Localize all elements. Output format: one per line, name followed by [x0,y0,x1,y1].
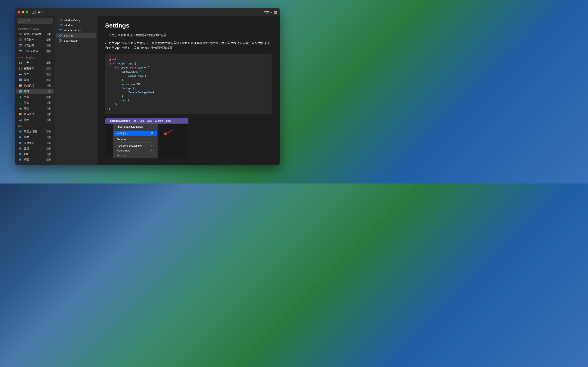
svg-rect-6 [19,67,20,69]
menu-item-hideothers: Hide Others⌥ ⌘ H [114,148,157,153]
svg-rect-24 [59,30,62,30]
window-title: 窗口 [38,10,43,14]
sidebar-item-audio[interactable]: 音频12 [16,146,54,151]
maximize-button[interactable] [26,11,28,13]
svg-point-13 [20,85,21,86]
sidebar-item-modal[interactable]: 模态反馈6 [16,83,54,88]
topic-windowgroup[interactable]: WindowGroup [56,18,96,23]
example-app-name: SettingsExample [110,119,130,122]
sidebar-item-animation[interactable]: 动画4 [16,106,54,111]
sidebar-item-gestures[interactable]: 手势14 [16,94,54,100]
svg-rect-22 [59,24,61,26]
menu-item-services: Services› [114,137,157,142]
svg-rect-4 [19,63,20,64]
menu-item-hide: Hide SettingsExample⌘ H [114,143,157,148]
svg-rect-3 [21,62,22,63]
section-header-swift: Swift 编程语言 (5.10) [15,25,55,31]
content-pane: Settings 一个用于查看和修改应用程序设置的界面场景。 在使用 App 协… [98,16,280,165]
sidebar-item-routing[interactable]: 路由6 [16,134,54,140]
example-menubar: SettingsExample File Edit View Window He… [105,118,189,124]
svg-point-16 [20,98,21,98]
page-title: Settings [105,22,272,29]
sidebar-item-controls[interactable]: 控件21 [16,72,54,77]
titlebar: 窗口 中文 [15,8,280,16]
code-block[interactable]: @main struct MyApp: App { var body: some… [105,54,272,114]
svg-rect-14 [19,90,22,92]
svg-rect-11 [19,79,22,81]
sidebar: Swift 编程语言 (5.10) 欢迎来到 Swift4 语言指南29 语言参… [15,16,55,165]
search-box[interactable] [17,18,53,24]
search-input[interactable] [21,19,51,22]
svg-point-18 [20,108,21,109]
topic-settingslink[interactable]: SettingsLink [56,38,96,43]
close-button[interactable] [17,11,20,13]
sidebar-item-navigation[interactable]: 导航11 [16,77,54,83]
topic-list: WindowGroup Window MenuBarExtra Settings… [55,16,98,165]
example-dropdown: About SettingsExample Settings...⌘ , Ser… [113,124,158,158]
svg-rect-25 [60,31,61,31]
svg-rect-8 [21,69,22,69]
svg-point-26 [60,35,61,36]
menu-file: File [133,119,137,122]
section-header-swiftui: SwiftUI 备忘清单 [15,54,55,60]
sidebar-item-content[interactable]: 内容20 [16,60,54,66]
menu-item-settings: Settings...⌘ , [114,131,157,136]
grid-icon[interactable] [274,11,277,14]
sidebar-item-api[interactable]: API8 [16,152,54,157]
svg-rect-19 [19,119,22,120]
language-selector[interactable]: 中文 [264,10,272,14]
sidebar-item-charts[interactable]: 图表8 [16,100,54,105]
menu-view: View [147,119,152,122]
menu-item-showall: Show All [114,153,157,158]
sidebar-item-system[interactable]: 系统8 [16,117,54,123]
menu-window: Window [155,119,164,122]
page-paragraph: 在使用 App 协议声明应用程序时，可以使用设置场景让 SwiftUI 管理具有… [105,41,272,50]
sidebar-item-cheatsheet[interactable]: Swift 速查表52 [16,49,54,54]
search-icon [19,20,19,22]
menu-edit: Edit [139,119,144,122]
example-screenshot: SettingsExample File Edit View Window He… [105,118,189,158]
sidebar-item-guide[interactable]: 语言指南29 [16,37,54,42]
svg-point-10 [21,74,21,75]
sidebar-item-layout[interactable]: 视图布局17 [16,66,54,71]
page-description: 一个用于查看和修改应用程序设置的界面场景。 [105,33,272,38]
sidebar-item-storekit[interactable]: 商店套件3 [16,111,54,117]
traffic-lights [17,11,28,13]
section-header-explore: 探索 [15,123,55,129]
topic-menubarextra[interactable]: MenuBarExtra [56,28,96,33]
sidebar-item-appstore[interactable]: 应用商店5 [16,140,54,146]
svg-rect-7 [21,67,22,68]
sidebar-toggle-icon[interactable] [32,11,35,14]
menu-item-about: About SettingsExample [114,124,157,129]
topic-window[interactable]: Window [56,23,96,28]
app-window: 窗口 中文 Swift 编程语言 (5.10) 欢迎来到 Swift4 语言指南… [15,8,280,165]
topic-settings[interactable]: Settings [56,33,96,38]
svg-rect-1 [19,50,22,51]
sidebar-item-window[interactable]: 窗口5 [16,89,54,94]
minimize-button[interactable] [22,11,24,13]
sidebar-item-welcome[interactable]: 欢迎来到 Swift4 [16,31,54,37]
sidebar-item-thirdparty[interactable]: 第三方指南14 [16,129,54,134]
svg-rect-2 [19,62,20,63]
sidebar-item-reference[interactable]: 语言参考10 [16,43,54,48]
menu-help: Help [166,119,171,122]
svg-rect-5 [21,63,22,64]
sidebar-item-anim2[interactable]: 动画24 [16,157,54,162]
svg-rect-20 [59,19,61,21]
